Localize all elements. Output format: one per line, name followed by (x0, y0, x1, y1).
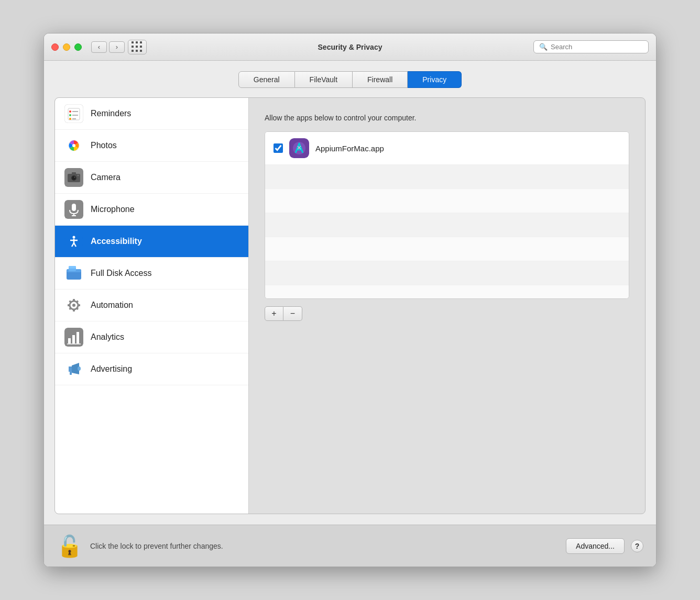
lock-text: Click the lock to prevent further change… (90, 542, 223, 550)
list-controls: + − (265, 306, 629, 321)
tab-firewall[interactable]: Firewall (353, 71, 408, 88)
search-input[interactable] (551, 43, 643, 51)
analytics-icon (64, 328, 83, 347)
svg-point-9 (72, 144, 75, 147)
grid-view-button[interactable] (128, 40, 147, 54)
full-disk-access-icon (64, 264, 83, 283)
svg-rect-34 (68, 304, 70, 306)
sidebar-label-full-disk-access: Full Disk Access (91, 269, 151, 278)
microphone-icon (64, 200, 83, 219)
svg-point-47 (78, 366, 81, 371)
nav-buttons: ‹ › (91, 41, 125, 53)
sidebar-item-advertising[interactable]: Advertising (55, 353, 248, 385)
svg-line-25 (74, 243, 76, 247)
reminders-icon (64, 104, 83, 123)
automation-icon (64, 296, 83, 315)
empty-row (265, 261, 629, 285)
help-button[interactable]: ? (631, 540, 643, 552)
main-window: ‹ › Security & Privacy 🔍 General FileVau… (43, 33, 657, 567)
advertising-icon (64, 360, 83, 379)
sidebar-item-analytics[interactable]: Analytics (55, 321, 248, 353)
svg-rect-35 (78, 304, 80, 306)
sidebar-item-reminders[interactable]: Reminders (55, 98, 248, 130)
back-button[interactable]: ‹ (91, 41, 107, 53)
photos-icon (64, 136, 83, 155)
svg-rect-32 (73, 299, 75, 302)
sidebar: Reminders (55, 98, 249, 514)
minimize-button[interactable] (63, 43, 70, 51)
svg-point-3 (69, 114, 71, 116)
svg-rect-48 (70, 372, 72, 375)
titlebar: ‹ › Security & Privacy 🔍 (44, 34, 656, 61)
svg-rect-43 (76, 332, 79, 343)
lock-section: 🔓 Click the lock to prevent further chan… (57, 536, 223, 557)
grid-icon (132, 41, 143, 53)
forward-button[interactable]: › (109, 41, 125, 53)
sidebar-label-automation: Automation (91, 301, 133, 310)
main-panel: Reminders (54, 97, 646, 514)
svg-rect-42 (72, 335, 75, 343)
search-box[interactable]: 🔍 (533, 40, 649, 53)
accessibility-icon (64, 232, 83, 251)
app-checkbox-appium[interactable] (274, 143, 283, 153)
empty-row (265, 213, 629, 237)
remove-app-button[interactable]: − (283, 306, 302, 321)
sidebar-label-advertising: Advertising (91, 364, 132, 374)
sidebar-label-camera: Camera (91, 173, 121, 182)
sidebar-label-accessibility: Accessibility (91, 237, 142, 246)
svg-point-16 (78, 175, 79, 176)
maximize-button[interactable] (74, 43, 82, 51)
empty-row (265, 189, 629, 213)
apps-list: AppiumForMac.app (265, 131, 629, 299)
sidebar-item-camera[interactable]: Camera (55, 162, 248, 194)
svg-rect-15 (72, 172, 76, 174)
svg-rect-29 (69, 266, 76, 269)
tab-bar: General FileVault Firewall Privacy (54, 71, 646, 88)
sidebar-item-microphone[interactable]: Microphone (55, 194, 248, 226)
svg-rect-41 (68, 338, 71, 343)
sidebar-item-full-disk-access[interactable]: Full Disk Access (55, 258, 248, 290)
svg-point-2 (69, 110, 71, 113)
traffic-lights (51, 43, 82, 51)
app-item: AppiumForMac.app (265, 132, 629, 165)
close-button[interactable] (51, 43, 59, 51)
window-title: Security & Privacy (318, 43, 382, 51)
tab-privacy[interactable]: Privacy (408, 71, 462, 88)
search-icon: 🔍 (539, 43, 548, 51)
advanced-button[interactable]: Advanced... (566, 538, 625, 554)
svg-point-14 (74, 177, 75, 178)
empty-row (265, 237, 629, 261)
bottom-bar: 🔓 Click the lock to prevent further chan… (44, 525, 656, 566)
sidebar-item-accessibility[interactable]: Accessibility (55, 226, 248, 258)
app-icon-appium (289, 138, 309, 158)
camera-icon (64, 168, 83, 187)
sidebar-label-microphone: Microphone (91, 205, 135, 214)
add-app-button[interactable]: + (265, 306, 283, 321)
sidebar-item-automation[interactable]: Automation (55, 290, 248, 321)
bottom-right: Advanced... ? (566, 538, 643, 554)
svg-rect-33 (73, 309, 75, 312)
empty-row (265, 165, 629, 189)
svg-point-4 (69, 118, 71, 120)
right-panel: Allow the apps below to control your com… (249, 98, 645, 514)
content-area: General FileVault Firewall Privacy (44, 61, 656, 525)
sidebar-label-photos: Photos (91, 141, 117, 150)
sidebar-label-reminders: Reminders (91, 109, 131, 118)
svg-point-21 (73, 236, 75, 239)
tab-filevault[interactable]: FileVault (295, 71, 353, 88)
svg-marker-45 (69, 366, 72, 372)
empty-row (265, 285, 629, 299)
sidebar-item-photos[interactable]: Photos (55, 130, 248, 162)
sidebar-label-analytics: Analytics (91, 332, 124, 342)
tab-general[interactable]: General (238, 71, 295, 88)
lock-icon[interactable]: 🔓 (57, 536, 83, 557)
app-name-appium: AppiumForMac.app (315, 144, 384, 153)
svg-point-31 (72, 304, 75, 307)
panel-description: Allow the apps below to control your com… (265, 114, 629, 122)
svg-point-13 (72, 176, 76, 180)
svg-rect-18 (72, 204, 76, 211)
